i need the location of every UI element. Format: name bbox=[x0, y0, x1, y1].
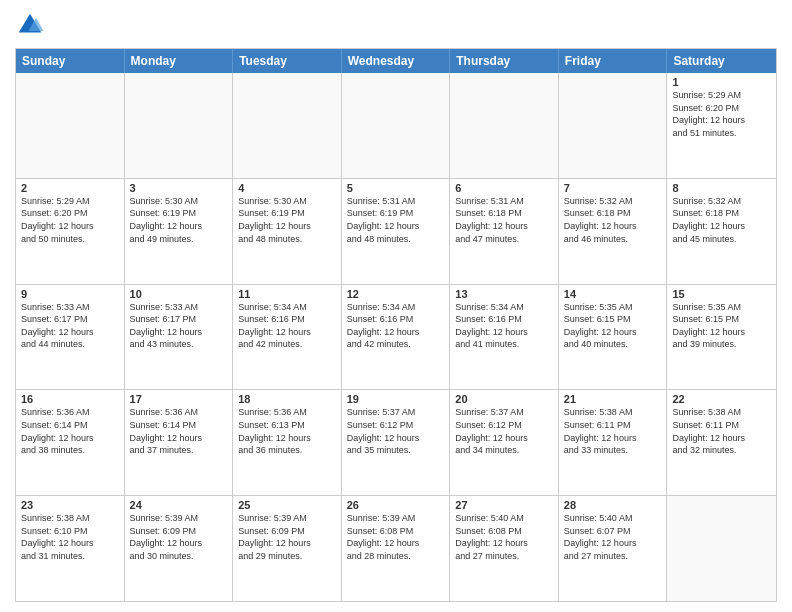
day-info: Sunrise: 5:33 AM Sunset: 6:17 PM Dayligh… bbox=[130, 301, 228, 351]
day-number: 6 bbox=[455, 182, 553, 194]
day-number: 2 bbox=[21, 182, 119, 194]
day-info: Sunrise: 5:40 AM Sunset: 6:08 PM Dayligh… bbox=[455, 512, 553, 562]
day-info: Sunrise: 5:32 AM Sunset: 6:18 PM Dayligh… bbox=[564, 195, 662, 245]
calendar-row-1: 2Sunrise: 5:29 AM Sunset: 6:20 PM Daylig… bbox=[16, 178, 776, 284]
day-info: Sunrise: 5:36 AM Sunset: 6:14 PM Dayligh… bbox=[130, 406, 228, 456]
logo bbox=[15, 10, 47, 40]
day-number: 14 bbox=[564, 288, 662, 300]
day-number: 4 bbox=[238, 182, 336, 194]
day-info: Sunrise: 5:39 AM Sunset: 6:08 PM Dayligh… bbox=[347, 512, 445, 562]
day-cell-11: 11Sunrise: 5:34 AM Sunset: 6:16 PM Dayli… bbox=[233, 285, 342, 390]
day-number: 9 bbox=[21, 288, 119, 300]
day-info: Sunrise: 5:38 AM Sunset: 6:11 PM Dayligh… bbox=[672, 406, 771, 456]
day-cell-24: 24Sunrise: 5:39 AM Sunset: 6:09 PM Dayli… bbox=[125, 496, 234, 601]
day-number: 27 bbox=[455, 499, 553, 511]
day-info: Sunrise: 5:30 AM Sunset: 6:19 PM Dayligh… bbox=[238, 195, 336, 245]
day-cell-4: 4Sunrise: 5:30 AM Sunset: 6:19 PM Daylig… bbox=[233, 179, 342, 284]
day-number: 24 bbox=[130, 499, 228, 511]
day-info: Sunrise: 5:30 AM Sunset: 6:19 PM Dayligh… bbox=[130, 195, 228, 245]
empty-cell-0-1 bbox=[125, 73, 234, 178]
calendar-row-3: 16Sunrise: 5:36 AM Sunset: 6:14 PM Dayli… bbox=[16, 389, 776, 495]
day-cell-27: 27Sunrise: 5:40 AM Sunset: 6:08 PM Dayli… bbox=[450, 496, 559, 601]
day-number: 13 bbox=[455, 288, 553, 300]
day-info: Sunrise: 5:36 AM Sunset: 6:13 PM Dayligh… bbox=[238, 406, 336, 456]
day-info: Sunrise: 5:34 AM Sunset: 6:16 PM Dayligh… bbox=[238, 301, 336, 351]
day-cell-19: 19Sunrise: 5:37 AM Sunset: 6:12 PM Dayli… bbox=[342, 390, 451, 495]
day-number: 16 bbox=[21, 393, 119, 405]
day-cell-10: 10Sunrise: 5:33 AM Sunset: 6:17 PM Dayli… bbox=[125, 285, 234, 390]
day-info: Sunrise: 5:37 AM Sunset: 6:12 PM Dayligh… bbox=[347, 406, 445, 456]
day-number: 17 bbox=[130, 393, 228, 405]
day-cell-22: 22Sunrise: 5:38 AM Sunset: 6:11 PM Dayli… bbox=[667, 390, 776, 495]
calendar-body: 1Sunrise: 5:29 AM Sunset: 6:20 PM Daylig… bbox=[16, 73, 776, 601]
empty-cell-4-6 bbox=[667, 496, 776, 601]
weekday-header-sunday: Sunday bbox=[16, 49, 125, 73]
day-cell-17: 17Sunrise: 5:36 AM Sunset: 6:14 PM Dayli… bbox=[125, 390, 234, 495]
weekday-header-thursday: Thursday bbox=[450, 49, 559, 73]
day-cell-8: 8Sunrise: 5:32 AM Sunset: 6:18 PM Daylig… bbox=[667, 179, 776, 284]
page: SundayMondayTuesdayWednesdayThursdayFrid… bbox=[0, 0, 792, 612]
day-info: Sunrise: 5:32 AM Sunset: 6:18 PM Dayligh… bbox=[672, 195, 771, 245]
day-cell-6: 6Sunrise: 5:31 AM Sunset: 6:18 PM Daylig… bbox=[450, 179, 559, 284]
day-info: Sunrise: 5:40 AM Sunset: 6:07 PM Dayligh… bbox=[564, 512, 662, 562]
day-cell-2: 2Sunrise: 5:29 AM Sunset: 6:20 PM Daylig… bbox=[16, 179, 125, 284]
header bbox=[15, 10, 777, 40]
empty-cell-0-5 bbox=[559, 73, 668, 178]
day-info: Sunrise: 5:39 AM Sunset: 6:09 PM Dayligh… bbox=[130, 512, 228, 562]
day-number: 18 bbox=[238, 393, 336, 405]
day-number: 5 bbox=[347, 182, 445, 194]
day-cell-21: 21Sunrise: 5:38 AM Sunset: 6:11 PM Dayli… bbox=[559, 390, 668, 495]
day-cell-7: 7Sunrise: 5:32 AM Sunset: 6:18 PM Daylig… bbox=[559, 179, 668, 284]
weekday-header-friday: Friday bbox=[559, 49, 668, 73]
day-info: Sunrise: 5:33 AM Sunset: 6:17 PM Dayligh… bbox=[21, 301, 119, 351]
empty-cell-0-4 bbox=[450, 73, 559, 178]
day-number: 19 bbox=[347, 393, 445, 405]
day-cell-18: 18Sunrise: 5:36 AM Sunset: 6:13 PM Dayli… bbox=[233, 390, 342, 495]
logo-icon bbox=[15, 10, 45, 40]
day-info: Sunrise: 5:38 AM Sunset: 6:11 PM Dayligh… bbox=[564, 406, 662, 456]
day-info: Sunrise: 5:34 AM Sunset: 6:16 PM Dayligh… bbox=[347, 301, 445, 351]
day-number: 10 bbox=[130, 288, 228, 300]
day-number: 8 bbox=[672, 182, 771, 194]
day-number: 25 bbox=[238, 499, 336, 511]
day-info: Sunrise: 5:35 AM Sunset: 6:15 PM Dayligh… bbox=[564, 301, 662, 351]
day-number: 26 bbox=[347, 499, 445, 511]
day-number: 11 bbox=[238, 288, 336, 300]
day-cell-15: 15Sunrise: 5:35 AM Sunset: 6:15 PM Dayli… bbox=[667, 285, 776, 390]
day-info: Sunrise: 5:38 AM Sunset: 6:10 PM Dayligh… bbox=[21, 512, 119, 562]
weekday-header-monday: Monday bbox=[125, 49, 234, 73]
day-cell-9: 9Sunrise: 5:33 AM Sunset: 6:17 PM Daylig… bbox=[16, 285, 125, 390]
calendar-header: SundayMondayTuesdayWednesdayThursdayFrid… bbox=[16, 49, 776, 73]
weekday-header-wednesday: Wednesday bbox=[342, 49, 451, 73]
day-cell-13: 13Sunrise: 5:34 AM Sunset: 6:16 PM Dayli… bbox=[450, 285, 559, 390]
day-cell-1: 1Sunrise: 5:29 AM Sunset: 6:20 PM Daylig… bbox=[667, 73, 776, 178]
day-number: 15 bbox=[672, 288, 771, 300]
calendar-row-0: 1Sunrise: 5:29 AM Sunset: 6:20 PM Daylig… bbox=[16, 73, 776, 178]
day-info: Sunrise: 5:36 AM Sunset: 6:14 PM Dayligh… bbox=[21, 406, 119, 456]
day-number: 20 bbox=[455, 393, 553, 405]
day-number: 22 bbox=[672, 393, 771, 405]
day-number: 3 bbox=[130, 182, 228, 194]
day-cell-28: 28Sunrise: 5:40 AM Sunset: 6:07 PM Dayli… bbox=[559, 496, 668, 601]
calendar-row-2: 9Sunrise: 5:33 AM Sunset: 6:17 PM Daylig… bbox=[16, 284, 776, 390]
day-number: 23 bbox=[21, 499, 119, 511]
empty-cell-0-2 bbox=[233, 73, 342, 178]
day-info: Sunrise: 5:39 AM Sunset: 6:09 PM Dayligh… bbox=[238, 512, 336, 562]
day-number: 21 bbox=[564, 393, 662, 405]
day-number: 1 bbox=[672, 76, 771, 88]
day-cell-12: 12Sunrise: 5:34 AM Sunset: 6:16 PM Dayli… bbox=[342, 285, 451, 390]
calendar-row-4: 23Sunrise: 5:38 AM Sunset: 6:10 PM Dayli… bbox=[16, 495, 776, 601]
day-cell-5: 5Sunrise: 5:31 AM Sunset: 6:19 PM Daylig… bbox=[342, 179, 451, 284]
day-cell-26: 26Sunrise: 5:39 AM Sunset: 6:08 PM Dayli… bbox=[342, 496, 451, 601]
day-info: Sunrise: 5:31 AM Sunset: 6:18 PM Dayligh… bbox=[455, 195, 553, 245]
day-info: Sunrise: 5:35 AM Sunset: 6:15 PM Dayligh… bbox=[672, 301, 771, 351]
day-info: Sunrise: 5:31 AM Sunset: 6:19 PM Dayligh… bbox=[347, 195, 445, 245]
day-cell-20: 20Sunrise: 5:37 AM Sunset: 6:12 PM Dayli… bbox=[450, 390, 559, 495]
day-cell-25: 25Sunrise: 5:39 AM Sunset: 6:09 PM Dayli… bbox=[233, 496, 342, 601]
weekday-header-saturday: Saturday bbox=[667, 49, 776, 73]
day-info: Sunrise: 5:37 AM Sunset: 6:12 PM Dayligh… bbox=[455, 406, 553, 456]
empty-cell-0-3 bbox=[342, 73, 451, 178]
day-cell-3: 3Sunrise: 5:30 AM Sunset: 6:19 PM Daylig… bbox=[125, 179, 234, 284]
day-info: Sunrise: 5:29 AM Sunset: 6:20 PM Dayligh… bbox=[672, 89, 771, 139]
day-info: Sunrise: 5:34 AM Sunset: 6:16 PM Dayligh… bbox=[455, 301, 553, 351]
